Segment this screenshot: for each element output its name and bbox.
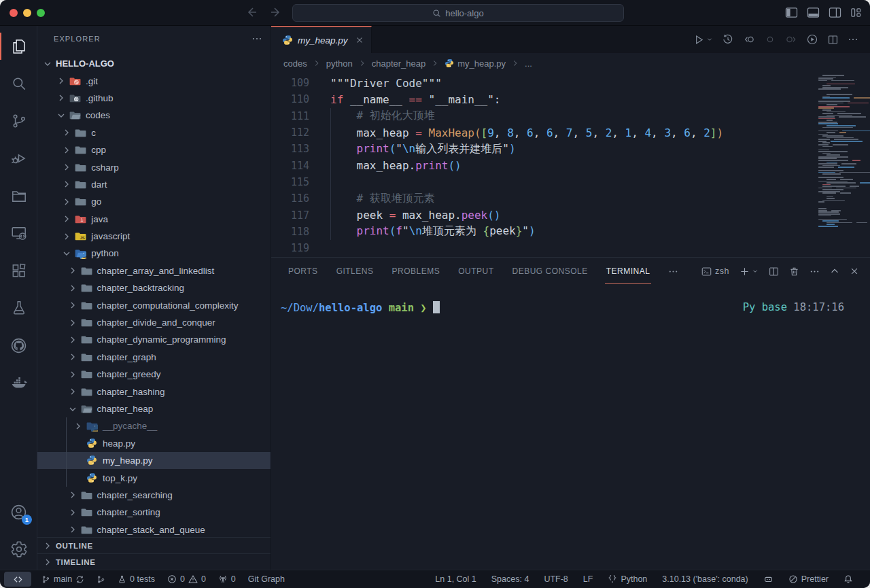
breadcrumb-item[interactable]: ... (525, 58, 532, 69)
tree-item-chapter-sorting[interactable]: chapter_sorting (37, 504, 271, 521)
tree-item-top-k-py[interactable]: top_k.py (37, 469, 271, 486)
chevron-right-icon[interactable] (56, 75, 67, 86)
minimap[interactable] (818, 73, 860, 257)
tree-root-hello-algo[interactable]: HELLO-ALGO (37, 55, 271, 72)
chevron-right-icon[interactable] (67, 334, 78, 345)
tree-item-dart[interactable]: dart (37, 176, 271, 193)
new-terminal-icon[interactable] (740, 266, 759, 277)
status-copilot[interactable] (756, 570, 781, 588)
tree-item-chapter-dynamic-programming[interactable]: chapter_dynamic_programming (37, 331, 271, 348)
maximize-panel-icon[interactable] (830, 266, 839, 276)
chevron-down-icon[interactable] (61, 248, 72, 259)
customize-layout-icon[interactable] (850, 7, 862, 18)
tree-item-chapter-heap[interactable]: chapter_heap (37, 400, 271, 417)
maximize-window-button[interactable] (37, 9, 45, 17)
chevron-right-icon[interactable] (67, 351, 78, 362)
status-notifications[interactable] (836, 570, 860, 588)
split-editor-button-icon[interactable] (827, 34, 839, 46)
terminal-shell-label[interactable]: zsh (701, 266, 729, 277)
status-indentation[interactable]: Spaces: 4 (484, 570, 537, 588)
activity-docker-icon[interactable] (0, 366, 37, 400)
panel-tab-problems[interactable]: PROBLEMS (392, 258, 440, 285)
toggle-secondary-sidebar-icon[interactable] (829, 7, 841, 18)
tree-item-codes[interactable]: codes (37, 107, 271, 124)
tree-item-java[interactable]: java (37, 211, 271, 228)
tree-item-c[interactable]: c (37, 124, 271, 141)
chevron-right-icon[interactable] (67, 524, 78, 535)
status-prettier[interactable]: Prettier (781, 570, 836, 588)
traffic-lights[interactable] (10, 9, 45, 17)
chevron-right-icon[interactable] (67, 317, 78, 328)
chevron-right-icon[interactable] (61, 179, 72, 190)
tree-item-chapter-computational-complexity[interactable]: chapter_computational_complexity (37, 296, 271, 313)
chevron-right-icon[interactable] (61, 213, 72, 224)
breadcrumb-item[interactable]: my_heap.py (445, 58, 506, 69)
status-tests[interactable]: 0 tests (111, 570, 161, 588)
panel-tab-ports[interactable]: PORTS (288, 258, 318, 285)
toggle-sidebar-icon[interactable] (785, 7, 798, 18)
terminal[interactable]: ~/Dow/hello-algo main ❯ Py base 18:17:16 (271, 285, 870, 570)
tree-item-cpp[interactable]: cpp (37, 141, 271, 158)
chevron-right-icon[interactable] (61, 196, 72, 207)
toggle-panel-icon[interactable] (807, 7, 820, 18)
chevron-right-icon[interactable] (61, 162, 72, 173)
command-center-search[interactable]: hello-algo (292, 4, 624, 22)
tab-close-icon[interactable] (355, 35, 364, 45)
editor-more-actions-icon[interactable] (848, 34, 858, 45)
open-changes-next-dim-icon[interactable] (785, 33, 797, 46)
run-file-button-icon[interactable] (806, 33, 818, 46)
split-terminal-icon[interactable] (769, 266, 779, 277)
nav-forward-icon[interactable] (269, 5, 283, 19)
panel-more-actions-icon[interactable] (810, 266, 820, 277)
chevron-right-icon[interactable] (67, 386, 78, 397)
status-eol[interactable]: LF (576, 570, 601, 588)
panel-more-tabs-icon[interactable] (668, 266, 678, 277)
tree-item--github[interactable]: .github (37, 90, 271, 107)
activity-run-debug-icon[interactable] (0, 141, 37, 175)
close-window-button[interactable] (10, 9, 18, 17)
chevron-right-icon[interactable] (61, 127, 72, 138)
tree-item-chapter-searching[interactable]: chapter_searching (37, 487, 271, 504)
status-language-mode[interactable]: Python (600, 570, 655, 588)
status-git-graph[interactable]: Git Graph (242, 570, 291, 588)
chevron-right-icon[interactable] (67, 507, 78, 518)
panel-tab-output[interactable]: OUTPUT (458, 258, 493, 285)
panel-tab-terminal[interactable]: TERMINAL (606, 258, 650, 285)
tree-item--pycache-[interactable]: __pycache__ (37, 417, 271, 434)
kill-terminal-icon[interactable] (789, 266, 799, 277)
activity-github-icon[interactable] (0, 328, 37, 362)
chevron-right-icon[interactable] (67, 283, 78, 294)
status-remote-indicator[interactable] (4, 572, 31, 587)
tree-item--git[interactable]: .git (37, 72, 271, 89)
activity-remote-explorer-icon[interactable] (0, 216, 37, 250)
status-ports[interactable]: 0 (212, 570, 242, 588)
breadcrumb-item[interactable]: chapter_heap (372, 58, 426, 69)
activity-projects-icon[interactable] (0, 179, 37, 213)
tree-item-javascript[interactable]: JSjavascript (37, 228, 271, 245)
tree-item-chapter-backtracking[interactable]: chapter_backtracking (37, 279, 271, 296)
activity-extensions-icon[interactable] (0, 254, 37, 288)
tree-item-chapter-array-and-linkedlist[interactable]: chapter_array_and_linkedlist (37, 262, 271, 279)
chevron-right-icon[interactable] (61, 231, 72, 242)
panel-tab-debug-console[interactable]: DEBUG CONSOLE (512, 258, 588, 285)
open-changes-prev-button-icon[interactable] (743, 33, 755, 46)
breadcrumb-item[interactable]: python (326, 58, 353, 69)
activity-search-icon[interactable] (0, 67, 37, 101)
status-git-branch[interactable]: main (35, 570, 90, 588)
activity-explorer-icon[interactable] (0, 29, 37, 63)
activity-source-control-icon[interactable] (0, 104, 37, 138)
tree-item-python[interactable]: python (37, 245, 271, 262)
tree-item-go[interactable]: go (37, 193, 271, 210)
timeline-button-icon[interactable] (722, 33, 734, 46)
tree-item-chapter-stack-and-queue[interactable]: chapter_stack_and_queue (37, 521, 271, 538)
status-cursor-position[interactable]: Ln 1, Col 1 (428, 570, 483, 588)
chevron-down-icon[interactable] (42, 58, 53, 69)
tree-item-chapter-hashing[interactable]: chapter_hashing (37, 383, 271, 400)
activity-accounts-icon[interactable]: 1 (0, 495, 37, 529)
tree-item-chapter-divide-and-conquer[interactable]: chapter_divide_and_conquer (37, 314, 271, 331)
compare-circle-dim-icon[interactable] (764, 33, 776, 46)
tree-item-chapter-greedy[interactable]: chapter_greedy (37, 366, 271, 383)
code-editor[interactable]: 109"""Driver Code"""110if __name__ == "_… (271, 73, 870, 257)
chevron-down-icon[interactable] (56, 110, 67, 121)
tree-item-csharp[interactable]: csharp (37, 158, 271, 175)
